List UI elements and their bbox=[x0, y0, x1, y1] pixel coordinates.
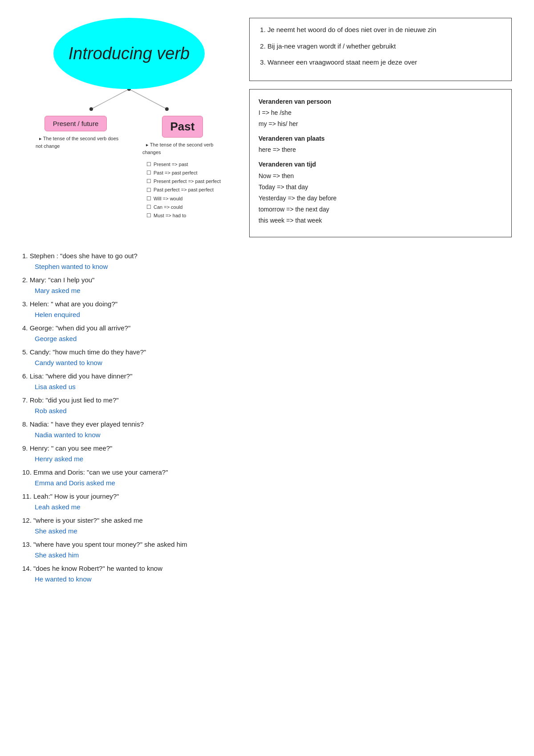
past-changes-list: Present => pastPast => past perfectPrese… bbox=[144, 160, 221, 220]
exercise-item: 9. Henry: " can you see mee?"Henry asked… bbox=[22, 443, 512, 464]
exercise-item: 3. Helen: " what are you doing?"Helen en… bbox=[22, 299, 512, 320]
present-box: Present / future bbox=[44, 116, 107, 131]
exercise-question: 13. "where have you spent tour money?" s… bbox=[22, 541, 187, 548]
past-change-item: Can => could bbox=[146, 203, 221, 211]
exercise-item: 2. Mary: "can I help you"Mary asked me bbox=[22, 275, 512, 296]
connector-svg bbox=[53, 89, 205, 111]
person-change-item: my => his/ her bbox=[259, 118, 502, 130]
time-change-item: this week => that week bbox=[259, 215, 502, 226]
exercise-question: 2. Mary: "can I help you" bbox=[22, 276, 94, 284]
past-change-item: Past perfect => past perfect bbox=[146, 186, 221, 195]
exercise-item: 13. "where have you spent tour money?" s… bbox=[22, 539, 512, 561]
exercise-item: 11. Leah:" How is your journey?"Leah ask… bbox=[22, 491, 512, 512]
exercise-question: 14. "does he know Robert?" he wanted to … bbox=[22, 565, 162, 572]
exercise-answer: She asked him bbox=[35, 550, 512, 561]
place-changes-label: Veranderen van plaats bbox=[259, 133, 502, 144]
svg-line-0 bbox=[91, 89, 129, 109]
branches-row: Present / future The tense of the second… bbox=[22, 116, 236, 220]
exercise-answer: He wanted to know bbox=[35, 574, 512, 585]
exercise-answer: Nadia wanted to know bbox=[35, 430, 512, 440]
exercise-question: 9. Henry: " can you see mee?" bbox=[22, 444, 112, 452]
top-section: Introducing verb Present / future The te… bbox=[22, 18, 512, 237]
exercise-answer: Lisa asked us bbox=[35, 382, 512, 392]
time-change-item: tomorrow => the next day bbox=[259, 204, 502, 215]
place-changes-values: here => there bbox=[259, 144, 502, 155]
past-description: The tense of the second verb changes bbox=[138, 141, 227, 156]
exercise-answer: Mary asked me bbox=[35, 285, 512, 296]
exercise-answer: Stephen wanted to know bbox=[35, 261, 512, 272]
exercise-question: 4. George: "when did you all arrive?" bbox=[22, 324, 130, 332]
exercise-question: 3. Helen: " what are you doing?" bbox=[22, 300, 117, 308]
person-changes-values: I => he /shemy => his/ her bbox=[259, 107, 502, 130]
exercise-answer: She asked me bbox=[35, 526, 512, 537]
exercise-question: 6. Lisa: "where did you have dinner?" bbox=[22, 372, 132, 380]
past-change-item: Will => would bbox=[146, 195, 221, 203]
past-change-item: Present => past bbox=[146, 160, 221, 169]
past-branch: Past The tense of the second verb change… bbox=[138, 116, 227, 220]
rules-list: Je neemt het woord do of does niet over … bbox=[259, 25, 502, 68]
svg-point-3 bbox=[89, 107, 93, 111]
exercise-item: 7. Rob: "did you just lied to me?"Rob as… bbox=[22, 395, 512, 416]
exercise-item: 6. Lisa: "where did you have dinner?"Lis… bbox=[22, 371, 512, 392]
exercise-question: 7. Rob: "did you just lied to me?" bbox=[22, 396, 119, 404]
present-description: The tense of the second verb does not ch… bbox=[31, 135, 120, 150]
person-changes: Veranderen van persoon I => he /shemy =>… bbox=[259, 96, 502, 130]
exercise-answer: Helen enquired bbox=[35, 309, 512, 320]
present-desc-text: The tense of the second verb does not ch… bbox=[36, 136, 118, 149]
past-change-item: Must => had to bbox=[146, 211, 221, 220]
exercise-item: 12. "where is your sister?" she asked me… bbox=[22, 515, 512, 537]
exercise-question: 11. Leah:" How is your journey?" bbox=[22, 492, 119, 500]
exercise-item: 14. "does he know Robert?" he wanted to … bbox=[22, 563, 512, 585]
past-change-item: Past => past perfect bbox=[146, 169, 221, 177]
exercise-question: 1. Stephen : "does she have to go out? bbox=[22, 252, 138, 260]
rules-box: Je neemt het woord do of does niet over … bbox=[249, 18, 512, 81]
rule-item: Bij ja-nee vragen wordt if / whether geb… bbox=[267, 41, 502, 52]
past-label: Past bbox=[170, 120, 195, 133]
svg-point-2 bbox=[127, 89, 131, 91]
right-info-section: Je neemt het woord do of does niet over … bbox=[249, 18, 512, 237]
exercise-question: 10. Emma and Doris: "can we use your cam… bbox=[22, 468, 168, 476]
exercises-section: 1. Stephen : "does she have to go out?St… bbox=[22, 251, 512, 585]
svg-line-1 bbox=[129, 89, 167, 109]
place-change-item: here => there bbox=[259, 144, 502, 155]
svg-point-4 bbox=[165, 107, 169, 111]
exercise-answer: Rob asked bbox=[35, 406, 512, 416]
exercise-answer: Leah asked me bbox=[35, 502, 512, 512]
exercise-answer: Henry asked me bbox=[35, 454, 512, 464]
time-changes-label: Veranderen van tijd bbox=[259, 159, 502, 170]
present-branch: Present / future The tense of the second… bbox=[31, 116, 120, 220]
person-changes-label: Veranderen van persoon bbox=[259, 96, 502, 107]
exercise-item: 4. George: "when did you all arrive?"Geo… bbox=[22, 323, 512, 344]
exercise-question: 12. "where is your sister?" she asked me bbox=[22, 516, 143, 524]
person-change-item: I => he /she bbox=[259, 107, 502, 118]
place-changes: Veranderen van plaats here => there bbox=[259, 133, 502, 155]
exercise-item: 8. Nadia: " have they ever played tennis… bbox=[22, 419, 512, 440]
time-change-item: Now => then bbox=[259, 171, 502, 182]
diagram-section: Introducing verb Present / future The te… bbox=[22, 18, 236, 237]
exercise-answer: George asked bbox=[35, 333, 512, 344]
past-box: Past bbox=[162, 116, 203, 138]
past-desc-text: The tense of the second verb changes bbox=[142, 142, 213, 155]
time-changes: Veranderen van tijd Now => thenToday => … bbox=[259, 159, 502, 226]
exercise-answer: Emma and Doris asked me bbox=[35, 478, 512, 488]
exercise-item: 10. Emma and Doris: "can we use your cam… bbox=[22, 467, 512, 488]
exercise-answer: Candy wanted to know bbox=[35, 358, 512, 368]
exercise-item: 1. Stephen : "does she have to go out?St… bbox=[22, 251, 512, 272]
exercise-item: 5. Candy: "how much time do they have?"C… bbox=[22, 347, 512, 368]
exercise-question: 5. Candy: "how much time do they have?" bbox=[22, 348, 146, 356]
rule-item: Wanneer een vraagwoord staat neem je dez… bbox=[267, 57, 502, 68]
changes-box: Veranderen van persoon I => he /shemy =>… bbox=[249, 89, 512, 237]
time-change-item: Today => that day bbox=[259, 182, 502, 193]
exercise-question: 8. Nadia: " have they ever played tennis… bbox=[22, 420, 144, 428]
present-label: Present / future bbox=[53, 120, 99, 127]
time-changes-values: Now => thenToday => that dayYesterday =>… bbox=[259, 171, 502, 227]
ellipse-title: Introducing verb bbox=[69, 44, 190, 63]
time-change-item: Yesterday => the day before bbox=[259, 193, 502, 204]
main-ellipse: Introducing verb bbox=[53, 18, 205, 89]
past-change-item: Present perfect => past perfect bbox=[146, 177, 221, 186]
rule-item: Je neemt het woord do of does niet over … bbox=[267, 25, 502, 35]
